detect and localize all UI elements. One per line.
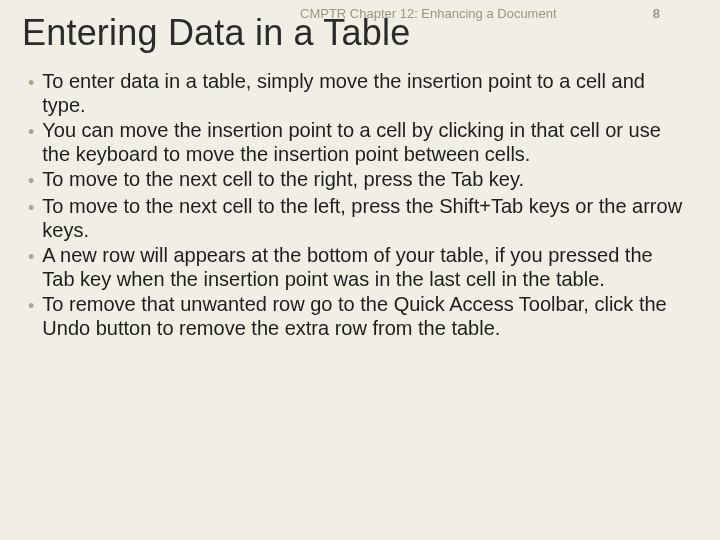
bullet-icon: • bbox=[28, 198, 34, 220]
bullet-icon: • bbox=[28, 73, 34, 95]
list-item-text: You can move the insertion point to a ce… bbox=[42, 119, 690, 166]
slide-body: • To enter data in a table, simply move … bbox=[28, 70, 690, 343]
list-item: • To move to the next cell to the right,… bbox=[28, 168, 690, 193]
list-item: • You can move the insertion point to a … bbox=[28, 119, 690, 166]
slide: CMPTR Chapter 12: Enhancing a Document 8… bbox=[0, 0, 720, 540]
list-item: • To remove that unwanted row go to the … bbox=[28, 293, 690, 340]
list-item-text: To move to the next cell to the right, p… bbox=[42, 168, 690, 192]
list-item-text: A new row will appears at the bottom of … bbox=[42, 244, 690, 291]
bullet-icon: • bbox=[28, 247, 34, 269]
bullet-icon: • bbox=[28, 122, 34, 144]
slide-title: Entering Data in a Table bbox=[22, 12, 410, 54]
list-item: • To move to the next cell to the left, … bbox=[28, 195, 690, 242]
bullet-icon: • bbox=[28, 296, 34, 318]
list-item-text: To move to the next cell to the left, pr… bbox=[42, 195, 690, 242]
list-item-text: To enter data in a table, simply move th… bbox=[42, 70, 690, 117]
bullet-icon: • bbox=[28, 171, 34, 193]
list-item: • A new row will appears at the bottom o… bbox=[28, 244, 690, 291]
list-item: • To enter data in a table, simply move … bbox=[28, 70, 690, 117]
page-number: 8 bbox=[653, 6, 660, 21]
list-item-text: To remove that unwanted row go to the Qu… bbox=[42, 293, 690, 340]
